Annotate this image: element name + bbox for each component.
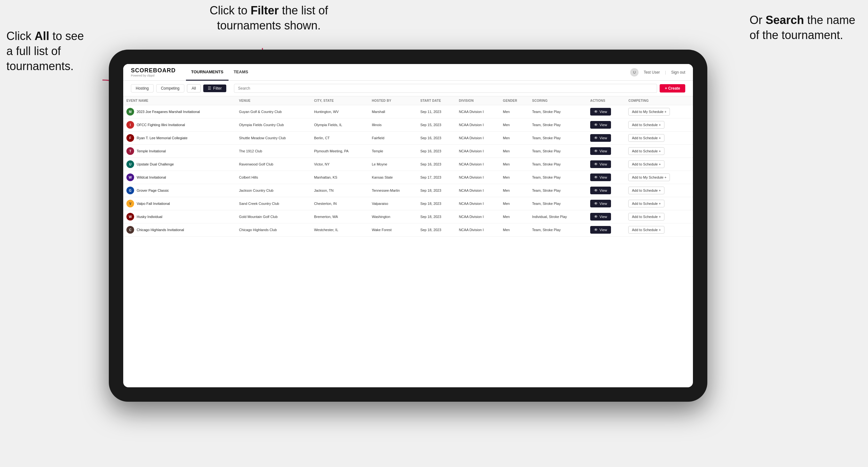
add-schedule-button-9[interactable]: Add to Schedule + (628, 226, 664, 234)
view-button-8[interactable]: 👁 View (590, 213, 611, 221)
view-button-0[interactable]: 👁 View (590, 108, 611, 116)
cell-gender-3: Men (500, 145, 529, 158)
signout-link[interactable]: Sign out (671, 70, 685, 74)
add-schedule-button-0[interactable]: Add to My Schedule + (628, 108, 670, 116)
cell-actions-6: 👁 View (587, 184, 625, 197)
tab-all[interactable]: All (187, 84, 201, 93)
cell-scoring-9: Team, Stroke Play (529, 223, 587, 237)
cell-scoring-8: Individual, Stroke Play (529, 210, 587, 223)
eye-icon-3: 👁 (594, 149, 598, 153)
cell-competing-9: Add to Schedule + (625, 223, 693, 237)
add-schedule-button-2[interactable]: Add to Schedule + (628, 134, 664, 142)
add-schedule-button-6[interactable]: Add to Schedule + (628, 187, 664, 194)
col-venue: VENUE (236, 96, 311, 105)
cell-venue-2: Shuttle Meadow Country Club (236, 131, 311, 145)
view-button-2[interactable]: 👁 View (590, 134, 611, 142)
cell-hosted-9: Wake Forest (369, 223, 417, 237)
cell-hosted-8: Washington (369, 210, 417, 223)
cell-event-2: F Ryan T. Lee Memorial Collegiate (123, 131, 236, 145)
eye-icon-0: 👁 (594, 110, 598, 114)
cell-date-9: Sep 18, 2023 (417, 223, 456, 237)
cell-actions-3: 👁 View (587, 145, 625, 158)
cell-date-8: Sep 18, 2023 (417, 210, 456, 223)
table-row: I OFCC Fighting Illini Invitational Olym… (123, 118, 693, 131)
cell-venue-1: Olympia Fields Country Club (236, 118, 311, 131)
team-logo-8: W (126, 213, 134, 221)
logo-title: SCOREBOARD (131, 67, 176, 74)
logo-area: SCOREBOARD Powered by clippd (131, 67, 176, 77)
annotation-topcenter: Click to Filter the list of tournaments … (186, 3, 352, 33)
cell-event-0: M 2023 Joe Feaganes Marshall Invitationa… (123, 105, 236, 118)
cell-actions-4: 👁 View (587, 158, 625, 171)
cell-scoring-7: Team, Stroke Play (529, 197, 587, 210)
cell-scoring-0: Team, Stroke Play (529, 105, 587, 118)
cell-gender-4: Men (500, 158, 529, 171)
filter-button[interactable]: ☰ Filter (203, 85, 226, 92)
cell-venue-3: The 1912 Club (236, 145, 311, 158)
cell-actions-2: 👁 View (587, 131, 625, 145)
cell-gender-5: Men (500, 171, 529, 184)
cell-actions-7: 👁 View (587, 197, 625, 210)
filter-icon: ☰ (208, 86, 211, 91)
tab-competing[interactable]: Competing (156, 84, 184, 93)
view-button-5[interactable]: 👁 View (590, 174, 611, 181)
col-hosted-by: HOSTED BY (369, 96, 417, 105)
cell-date-5: Sep 17, 2023 (417, 171, 456, 184)
cell-division-7: NCAA Division I (456, 197, 500, 210)
cell-city-7: Chesterton, IN (311, 197, 369, 210)
add-schedule-button-3[interactable]: Add to Schedule + (628, 147, 664, 155)
tab-hosting[interactable]: Hosting (131, 84, 154, 93)
cell-hosted-2: Fairfield (369, 131, 417, 145)
cell-event-9: C Chicago Highlands Invitational (123, 223, 236, 237)
create-button[interactable]: + Create (660, 84, 685, 93)
nav-bar: SCOREBOARD Powered by clippd TOURNAMENTS… (123, 64, 693, 81)
cell-division-8: NCAA Division I (456, 210, 500, 223)
cell-gender-2: Men (500, 131, 529, 145)
cell-hosted-0: Marshall (369, 105, 417, 118)
cell-venue-6: Jackson Country Club (236, 184, 311, 197)
cell-event-5: W Wildcat Invitational (123, 171, 236, 184)
event-title-5: Wildcat Invitational (137, 176, 166, 179)
cell-actions-8: 👁 View (587, 210, 625, 223)
event-title-7: Valpo Fall Invitational (137, 201, 170, 206)
nav-teams[interactable]: TEAMS (228, 64, 253, 81)
col-gender: GENDER (500, 96, 529, 105)
add-schedule-button-4[interactable]: Add to Schedule + (628, 160, 664, 168)
table-row: F Ryan T. Lee Memorial Collegiate Shuttl… (123, 131, 693, 145)
cell-gender-7: Men (500, 197, 529, 210)
nav-right: U Test User | Sign out (630, 68, 685, 76)
user-name: Test User (644, 70, 660, 74)
eye-icon-6: 👁 (594, 188, 598, 193)
col-scoring: SCORING (529, 96, 587, 105)
add-schedule-button-5[interactable]: Add to My Schedule + (628, 174, 670, 181)
view-button-7[interactable]: 👁 View (590, 200, 611, 208)
view-button-4[interactable]: 👁 View (590, 160, 611, 168)
cell-venue-0: Guyan Golf & Country Club (236, 105, 311, 118)
cell-hosted-6: Tennessee-Martin (369, 184, 417, 197)
add-schedule-button-7[interactable]: Add to Schedule + (628, 200, 664, 208)
event-title-2: Ryan T. Lee Memorial Collegiate (137, 136, 188, 140)
search-input[interactable] (234, 84, 657, 93)
add-schedule-button-8[interactable]: Add to Schedule + (628, 213, 664, 221)
view-button-9[interactable]: 👁 View (590, 226, 611, 234)
cell-date-0: Sep 11, 2023 (417, 105, 456, 118)
add-schedule-button-1[interactable]: Add to Schedule + (628, 121, 664, 129)
event-title-9: Chicago Highlands Invitational (137, 228, 184, 232)
col-event-name: EVENT NAME (123, 96, 236, 105)
toolbar: Hosting Competing All ☰ Filter + Create (123, 81, 693, 96)
cell-city-8: Bremerton, WA (311, 210, 369, 223)
view-button-6[interactable]: 👁 View (590, 187, 611, 194)
cell-date-4: Sep 16, 2023 (417, 158, 456, 171)
tournaments-table: EVENT NAME VENUE CITY, STATE HOSTED BY S… (123, 96, 693, 237)
event-title-8: Husky Individual (137, 215, 162, 219)
cell-gender-8: Men (500, 210, 529, 223)
cell-competing-6: Add to Schedule + (625, 184, 693, 197)
cell-competing-4: Add to Schedule + (625, 158, 693, 171)
cell-competing-5: Add to My Schedule + (625, 171, 693, 184)
view-button-1[interactable]: 👁 View (590, 121, 611, 129)
nav-tournaments[interactable]: TOURNAMENTS (186, 64, 228, 81)
view-button-3[interactable]: 👁 View (590, 147, 611, 155)
cell-competing-7: Add to Schedule + (625, 197, 693, 210)
search-bar (234, 84, 657, 93)
tablet-screen: SCOREBOARD Powered by clippd TOURNAMENTS… (123, 64, 693, 387)
